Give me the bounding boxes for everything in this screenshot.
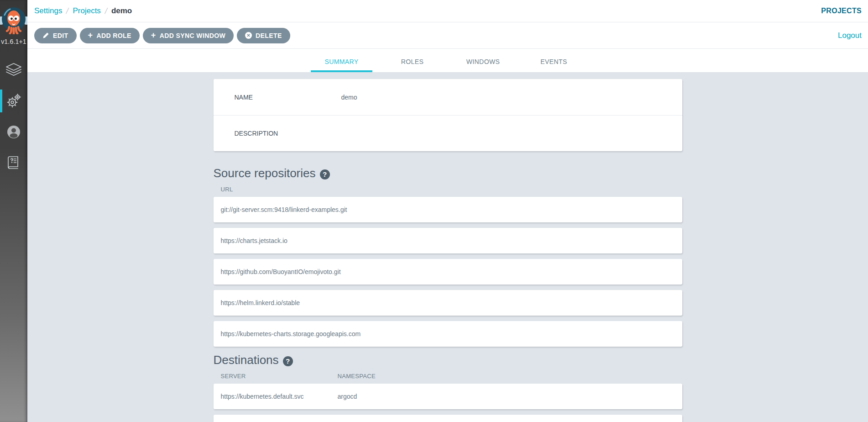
tab-summary[interactable]: SUMMARY xyxy=(306,58,377,72)
logo-block: v1.6.1+1 xyxy=(0,0,27,45)
sidebar-nav xyxy=(0,54,27,179)
add-role-button[interactable]: + ADD ROLE xyxy=(80,28,140,43)
destination-row[interactable]: https://kubernetes.default.svc argocd xyxy=(214,384,682,409)
sidebar-item-documentation[interactable] xyxy=(0,148,27,179)
destination-namespace: argocd xyxy=(338,393,357,400)
repo-url: git://git-server.scm:9418/linkerd-exampl… xyxy=(221,206,347,213)
column-header-namespace: NAMESPACE xyxy=(338,373,376,380)
active-indicator xyxy=(0,90,2,112)
source-repositories-title: Source repositories ? xyxy=(214,166,682,180)
summary-card: NAME demo DESCRIPTION xyxy=(214,79,682,151)
plus-icon: + xyxy=(88,31,93,39)
user-icon xyxy=(6,125,21,139)
breadcrumb-link-settings[interactable]: Settings xyxy=(34,6,62,16)
breadcrumb: Settings / Projects / demo xyxy=(34,6,132,16)
delete-button[interactable]: ✕ DELETE xyxy=(237,28,290,43)
sidebar-item-applications[interactable] xyxy=(0,54,27,85)
repo-url: https://kubernetes-charts.storage.google… xyxy=(221,330,361,338)
destination-server: https://kubernetes.default.svc xyxy=(221,393,338,400)
book-icon xyxy=(7,156,20,170)
repo-row[interactable]: https://helm.linkerd.io/stable xyxy=(214,290,682,316)
breadcrumb-separator: / xyxy=(65,6,69,16)
times-circle-icon: ✕ xyxy=(245,32,252,39)
tab-roles[interactable]: ROLES xyxy=(377,58,448,72)
edit-button[interactable]: EDIT xyxy=(34,28,77,43)
column-header-server: SERVER xyxy=(221,373,338,380)
repo-url: https://charts.jetstack.io xyxy=(221,237,288,244)
description-label: DESCRIPTION xyxy=(235,130,341,137)
pencil-icon xyxy=(42,32,49,39)
section-title-text: Destinations xyxy=(214,353,279,367)
breadcrumb-current: demo xyxy=(111,6,132,16)
button-label: EDIT xyxy=(53,32,68,39)
toolbar: EDIT + ADD ROLE + ADD SYNC WINDOW ✕ DELE… xyxy=(27,22,868,49)
button-label: ADD SYNC WINDOW xyxy=(160,32,225,39)
tab-bar: SUMMARY ROLES WINDOWS EVENTS xyxy=(27,49,868,72)
destinations-title: Destinations ? xyxy=(214,353,682,367)
repo-row[interactable]: git://git-server.scm:9418/linkerd-exampl… xyxy=(214,197,682,222)
field-row-description: DESCRIPTION xyxy=(214,115,682,151)
argo-octopus-logo xyxy=(0,4,27,34)
repo-row[interactable]: https://charts.jetstack.io xyxy=(214,228,682,253)
name-label: NAME xyxy=(235,94,341,101)
layers-icon xyxy=(5,63,22,77)
button-label: ADD ROLE xyxy=(96,32,131,39)
help-icon[interactable]: ? xyxy=(320,169,330,179)
breadcrumb-bar: Settings / Projects / demo PROJECTS xyxy=(27,0,868,22)
tab-events[interactable]: EVENTS xyxy=(518,58,589,72)
repo-row[interactable]: https://github.com/BuoyantIO/emojivoto.g… xyxy=(214,259,682,285)
section-title-text: Source repositories xyxy=(214,166,316,180)
repo-table-header: URL xyxy=(214,186,682,194)
breadcrumb-link-projects[interactable]: Projects xyxy=(73,6,100,16)
page-title: PROJECTS xyxy=(821,7,862,15)
repo-url: https://github.com/BuoyantIO/emojivoto.g… xyxy=(221,268,341,275)
field-row-name: NAME demo xyxy=(214,79,682,115)
gear-icon xyxy=(6,93,21,109)
content-area: NAME demo DESCRIPTION Source repositorie… xyxy=(27,72,868,422)
repo-url: https://helm.linkerd.io/stable xyxy=(221,299,300,306)
destination-row[interactable] xyxy=(214,415,682,422)
sidebar-item-settings[interactable] xyxy=(0,85,27,116)
tab-windows[interactable]: WINDOWS xyxy=(448,58,518,72)
logout-link[interactable]: Logout xyxy=(838,31,862,40)
sidebar-item-user-info[interactable] xyxy=(0,116,27,148)
button-label: DELETE xyxy=(256,32,282,39)
add-sync-window-button[interactable]: + ADD SYNC WINDOW xyxy=(143,28,234,43)
plus-icon: + xyxy=(151,31,156,39)
argocd-app: v1.6.1+1 xyxy=(0,0,868,422)
column-header-url: URL xyxy=(221,186,233,194)
main-area: Settings / Projects / demo PROJECTS EDIT… xyxy=(27,0,868,422)
destinations-table-header: SERVER NAMESPACE xyxy=(214,373,682,380)
breadcrumb-separator: / xyxy=(104,6,108,16)
name-value: demo xyxy=(341,94,357,101)
sidebar: v1.6.1+1 xyxy=(0,0,27,422)
app-version: v1.6.1+1 xyxy=(0,38,27,45)
help-icon[interactable]: ? xyxy=(283,356,293,366)
repo-row[interactable]: https://kubernetes-charts.storage.google… xyxy=(214,321,682,347)
